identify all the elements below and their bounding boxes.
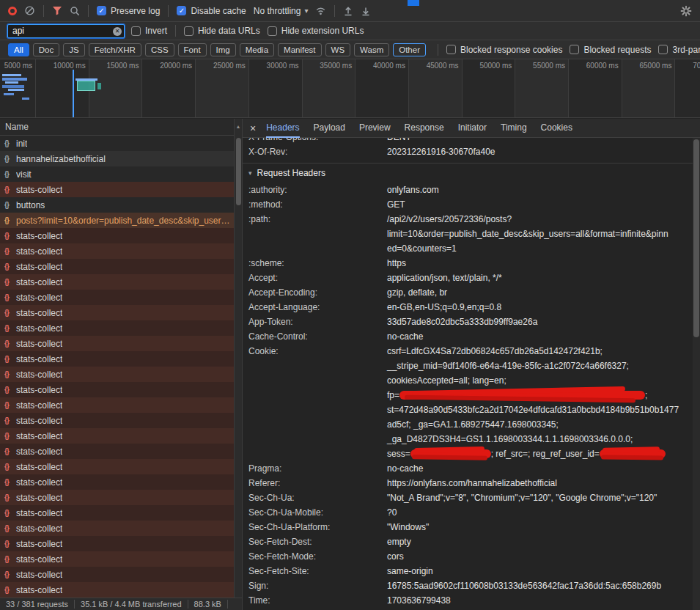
- details-scrollbar[interactable]: [693, 138, 700, 610]
- filter-chip-css[interactable]: CSS: [145, 43, 174, 56]
- value-text: csrf=LdfcGX4Sa72db06824c657db26a5d142472…: [387, 346, 603, 356]
- preserve-log-checkbox[interactable]: [97, 6, 106, 15]
- header-value: DENY: [387, 138, 693, 144]
- filter-chip-js[interactable]: JS: [63, 43, 84, 56]
- invert-toggle[interactable]: Invert: [131, 26, 167, 36]
- filter-chip-font[interactable]: Font: [178, 43, 207, 56]
- hide-data-urls-checkbox[interactable]: [184, 26, 194, 36]
- tab-initiator[interactable]: Initiator: [458, 119, 487, 138]
- search-icon: [70, 6, 80, 16]
- request-row[interactable]: {}visit: [0, 166, 242, 182]
- request-row[interactable]: {}init: [0, 136, 242, 151]
- request-row[interactable]: {}stats-collect: [0, 274, 242, 290]
- filter-chip-img[interactable]: Img: [210, 43, 236, 56]
- tab-cookies[interactable]: Cookies: [541, 119, 572, 138]
- record-button[interactable]: [8, 7, 17, 15]
- request-row[interactable]: {}stats-collect: [0, 305, 242, 320]
- request-type-icon: {}: [4, 524, 16, 532]
- request-row[interactable]: {}stats-collect: [0, 505, 242, 521]
- invert-checkbox[interactable]: [131, 26, 141, 36]
- request-row[interactable]: {}stats-collect: [0, 351, 242, 367]
- filter-button[interactable]: [52, 6, 62, 15]
- request-row[interactable]: {}stats-collect: [0, 444, 242, 459]
- waterfall-activity: [5, 81, 18, 84]
- search-button[interactable]: [70, 6, 80, 16]
- clear-filter-icon[interactable]: ✕: [113, 27, 122, 36]
- tab-payload[interactable]: Payload: [314, 119, 345, 138]
- hide-extension-urls-toggle[interactable]: Hide extension URLs: [268, 26, 364, 36]
- request-headers-section[interactable]: ▾Request Headers: [243, 163, 693, 183]
- disable-cache-checkbox[interactable]: [177, 6, 186, 15]
- timeline-overview[interactable]: 5000 ms10000 ms15000 ms20000 ms25000 ms3…: [0, 59, 700, 118]
- request-row[interactable]: {}stats-collect: [0, 490, 242, 505]
- value-text: st=472d48a90d5433bfc2a2d17042e4dfdcafd31…: [387, 405, 679, 415]
- filter-chip-manifest[interactable]: Manifest: [278, 43, 321, 56]
- request-row[interactable]: {}stats-collect: [0, 182, 242, 197]
- tab-headers[interactable]: Headers: [266, 119, 299, 138]
- request-row[interactable]: {}stats-collect: [0, 474, 242, 490]
- scroll-up-icon[interactable]: ▲: [235, 119, 242, 129]
- request-row[interactable]: {}stats-collect: [0, 259, 242, 274]
- filter-chip-fetch-xhr[interactable]: Fetch/XHR: [89, 43, 141, 56]
- waterfall-activity: [2, 74, 21, 76]
- timeline-label: 65000 ms: [629, 62, 671, 70]
- scrollbar-thumb[interactable]: [236, 138, 241, 205]
- filter-chip-media[interactable]: Media: [240, 43, 274, 56]
- tab-preview[interactable]: Preview: [359, 119, 391, 138]
- request-row[interactable]: {}stats-collect: [0, 413, 242, 428]
- scrollbar-thumb[interactable]: [693, 139, 699, 337]
- third-party-requests-checkbox[interactable]: [658, 45, 668, 54]
- throttling-select[interactable]: No throttling ▾: [254, 6, 309, 16]
- export-har-button[interactable]: [361, 6, 371, 16]
- blocked-response-cookies-checkbox[interactable]: [446, 45, 456, 54]
- request-row[interactable]: {}hannahelizabethofficial: [0, 151, 242, 166]
- filter-chip-all[interactable]: All: [8, 43, 29, 56]
- waterfall-activity: [2, 78, 27, 81]
- request-row[interactable]: {}stats-collect: [0, 382, 242, 397]
- value-text: /api2/v2/users/20572336/posts?: [387, 214, 512, 224]
- request-row[interactable]: {}stats-collect: [0, 536, 242, 551]
- import-har-button[interactable]: [343, 6, 353, 16]
- blocked-requests-checkbox[interactable]: [570, 45, 579, 54]
- request-row[interactable]: {}stats-collect: [0, 582, 242, 598]
- request-list-scrollbar[interactable]: ▲: [234, 119, 242, 598]
- tab-timing[interactable]: Timing: [501, 119, 527, 138]
- tab-response[interactable]: Response: [405, 119, 444, 138]
- request-name: stats-collect: [16, 262, 62, 272]
- close-icon[interactable]: ×: [250, 122, 256, 134]
- request-row[interactable]: {}posts?limit=10&order=publish_date_desc…: [0, 213, 242, 228]
- filter-chip-other[interactable]: Other: [393, 43, 426, 56]
- name-column-label: Name: [5, 122, 29, 132]
- request-row[interactable]: {}stats-collect: [0, 290, 242, 305]
- disable-cache-toggle[interactable]: Disable cache: [177, 6, 246, 16]
- request-row[interactable]: {}stats-collect: [0, 521, 242, 536]
- request-row[interactable]: {}stats-collect: [0, 428, 242, 444]
- request-row[interactable]: {}stats-collect: [0, 567, 242, 582]
- request-row[interactable]: {}stats-collect: [0, 551, 242, 567]
- request-row[interactable]: {}stats-collect: [0, 228, 242, 243]
- blocked-response-cookies-toggle[interactable]: Blocked response cookies: [446, 45, 562, 55]
- hide-data-urls-toggle[interactable]: Hide data URLs: [184, 26, 260, 36]
- timeline-label: 5000 ms: [0, 62, 32, 70]
- request-row[interactable]: {}stats-collect: [0, 367, 242, 382]
- request-row[interactable]: {}stats-collect: [0, 459, 242, 474]
- request-row[interactable]: {}stats-collect: [0, 397, 242, 413]
- request-row[interactable]: {}stats-collect: [0, 320, 242, 336]
- filter-chip-wasm[interactable]: Wasm: [354, 43, 389, 56]
- blocked-requests-toggle[interactable]: Blocked requests: [570, 45, 651, 55]
- settings-button[interactable]: [680, 5, 692, 17]
- filter-chip-ws[interactable]: WS: [325, 43, 351, 56]
- filter-chip-doc[interactable]: Doc: [33, 43, 59, 56]
- name-column-header[interactable]: Name: [0, 119, 242, 136]
- third-party-requests-toggle[interactable]: 3rd-party requests: [658, 45, 700, 55]
- request-row[interactable]: {}stats-collect: [0, 336, 242, 351]
- request-row[interactable]: {}stats-collect: [0, 243, 242, 259]
- network-conditions-button[interactable]: [315, 6, 326, 15]
- preserve-log-toggle[interactable]: Preserve log: [97, 6, 160, 16]
- request-name: stats-collect: [16, 508, 62, 518]
- hide-extension-urls-checkbox[interactable]: [268, 26, 277, 36]
- value-text: fp=: [387, 390, 399, 400]
- clear-button[interactable]: [24, 5, 35, 16]
- request-row[interactable]: {}buttons: [0, 197, 242, 213]
- filter-input[interactable]: [7, 24, 125, 38]
